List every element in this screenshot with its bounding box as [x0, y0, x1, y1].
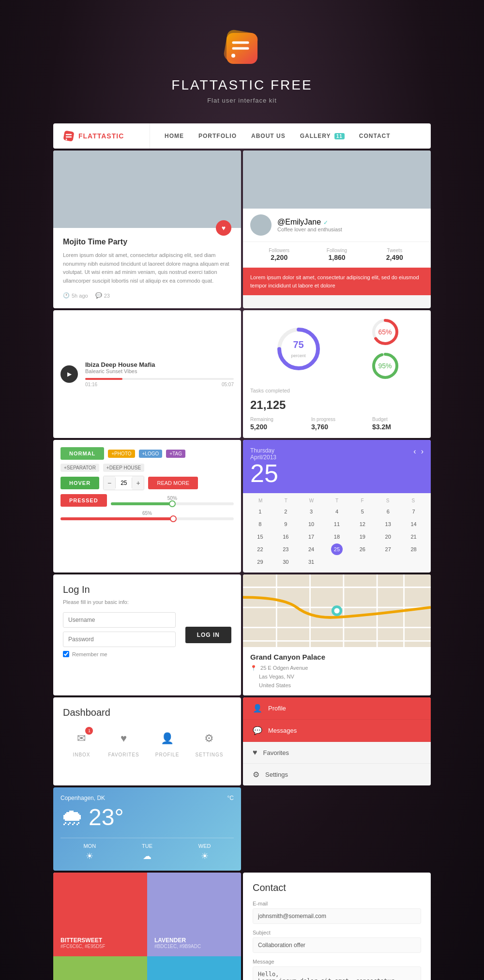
nav-home[interactable]: HOME	[165, 133, 184, 139]
menu-profile[interactable]: 👤 Profile	[243, 697, 431, 720]
svg-rect-1	[223, 29, 258, 65]
email-input[interactable]	[253, 908, 421, 924]
app-subtitle: Flat user interface kit	[10, 97, 474, 104]
btn-normal[interactable]: NORMAL	[60, 447, 104, 460]
tag-logo[interactable]: +LOGO	[139, 450, 163, 458]
calendar-cell[interactable]: 17	[305, 531, 317, 543]
btn-pressed[interactable]: PRESSED	[60, 494, 107, 507]
dash-settings[interactable]: ⚙ SETTINGS	[195, 728, 223, 757]
calendar-cell[interactable]: 2	[280, 506, 291, 517]
swatch-lavender: LAVENDER #BDC1EC, #9B9ADC	[147, 873, 241, 956]
stepper-increase[interactable]: +	[132, 476, 144, 490]
stepper-decrease[interactable]: −	[104, 476, 115, 490]
small-circle-1: 65%	[371, 317, 400, 347]
stat-progress: In progress 3,760	[311, 414, 363, 431]
login-button[interactable]: LOG IN	[185, 627, 231, 643]
calendar-cell[interactable]: 12	[357, 518, 368, 530]
calendar-cell	[357, 556, 368, 568]
remember-checkbox[interactable]	[63, 651, 69, 657]
calendar-cell[interactable]: 28	[408, 543, 420, 555]
twitter-bio: Coffee lover and enthusiast	[277, 226, 342, 232]
nav-about[interactable]: ABOUT US	[251, 133, 286, 139]
favorite-button[interactable]: ♥	[216, 220, 231, 236]
swatch-lavender-hex: #BDC1EC, #9B9ADC	[154, 944, 234, 949]
password-input[interactable]	[63, 632, 176, 647]
calendar-card: Thursday April/2013 25 ‹ › M T W T F	[243, 440, 431, 573]
calendar-cell[interactable]: 1	[254, 506, 266, 517]
calendar-cell	[382, 556, 394, 568]
calendar-cell[interactable]: 20	[382, 531, 394, 543]
nav-portfolio[interactable]: PORTFOLIO	[198, 133, 237, 139]
calendar-cell[interactable]: 5	[357, 506, 368, 517]
remember-label: Remember me	[72, 651, 107, 657]
calendar-cell[interactable]: 23	[280, 543, 291, 555]
username-input[interactable]	[63, 612, 176, 628]
dashboard-title: Dashboard	[63, 707, 231, 718]
calendar-cell[interactable]: 31	[305, 556, 317, 568]
twitter-profile-card: @EmilyJane ✓ Coffee lover and enthusiast…	[243, 151, 431, 308]
calendar-cell[interactable]: 27	[382, 543, 394, 555]
login-title: Log In	[63, 584, 176, 595]
calendar-cell[interactable]: 21	[408, 531, 420, 543]
settings-label: SETTINGS	[195, 752, 223, 757]
calendar-cell[interactable]: 30	[280, 556, 291, 568]
calendar-cell[interactable]: 4	[331, 506, 343, 517]
calendar-cell[interactable]: 13	[382, 518, 394, 530]
calendar-cell[interactable]: 18	[331, 531, 343, 543]
tag-separator[interactable]: +SEPARATOR	[60, 464, 99, 472]
calendar-cell[interactable]: 10	[305, 518, 317, 530]
stepper-value: 25	[115, 478, 132, 488]
calendar-cell[interactable]: 19	[357, 531, 368, 543]
weather-header: Copenhagen, DK °C	[60, 795, 234, 801]
calendar-cell[interactable]: 9	[280, 518, 291, 530]
calendar-cell[interactable]: 26	[357, 543, 368, 555]
slider-1-track[interactable]	[111, 502, 234, 505]
calendar-cell	[331, 556, 343, 568]
messages-menu-label: Messages	[268, 727, 297, 734]
calendar-cell-today[interactable]: 25	[331, 543, 343, 555]
menu-settings[interactable]: ⚙ Settings	[243, 764, 431, 785]
calendar-cell[interactable]: 15	[254, 531, 266, 543]
read-more-button[interactable]: READ MORE	[148, 477, 198, 489]
subject-input[interactable]	[253, 937, 421, 953]
calendar-cell[interactable]: 8	[254, 518, 266, 530]
music-progress[interactable]: 01:16 05:07	[85, 378, 234, 387]
weather-main: 🌧 23°	[60, 804, 234, 830]
tag-tag[interactable]: +TAG	[166, 450, 185, 458]
calendar-cell[interactable]: 11	[331, 518, 343, 530]
dash-favorites[interactable]: ♥ FAVORITES	[108, 728, 139, 757]
calendar-date-info: Thursday April/2013 25	[250, 447, 278, 486]
calendar-cell[interactable]: 22	[254, 543, 266, 555]
tag-deep-house[interactable]: +DEEP HOUSE	[103, 464, 144, 472]
calendar-cell[interactable]: 3	[305, 506, 317, 517]
slider-1-thumb[interactable]	[169, 500, 176, 507]
stepper[interactable]: − 25 +	[103, 476, 144, 490]
swatch-lavender-name: LAVENDER	[154, 937, 234, 944]
inbox-badge: 1	[85, 727, 93, 735]
btn-hover[interactable]: HOVER	[60, 477, 99, 489]
play-button[interactable]: ▶	[60, 365, 78, 383]
calendar-next[interactable]: ›	[421, 447, 424, 456]
calendar-cell[interactable]: 24	[305, 543, 317, 555]
slider-2-track[interactable]	[60, 517, 234, 520]
settings-menu-icon: ⚙	[253, 770, 259, 779]
calendar-cell[interactable]: 7	[408, 506, 420, 517]
menu-messages[interactable]: 💬 Messages	[243, 720, 431, 742]
nav-contact[interactable]: CONTACT	[359, 133, 391, 139]
calendar-prev[interactable]: ‹	[413, 447, 416, 456]
dash-inbox[interactable]: ✉ 1 INBOX	[71, 728, 92, 757]
sidebar-menu-card: 👤 Profile 💬 Messages ♥ Favorites ⚙ Setti…	[243, 697, 431, 785]
calendar-cell[interactable]: 29	[254, 556, 266, 568]
calendar-cell[interactable]: 6	[382, 506, 394, 517]
nav-gallery[interactable]: GALLERY 11	[300, 133, 345, 139]
swatch-bittersweet-hex: #FC6C6C, #E95D5F	[60, 944, 140, 949]
message-textarea[interactable]: Hello, Lorem ipsum dolor sit amet, conse…	[253, 966, 421, 980]
calendar-cell[interactable]: 16	[280, 531, 291, 543]
tag-photo[interactable]: +PHOTO	[108, 450, 135, 458]
profile-menu-label: Profile	[268, 705, 286, 712]
slider-2-thumb[interactable]	[170, 515, 177, 522]
inbox-icon: ✉ 1	[71, 728, 92, 749]
menu-favorites[interactable]: ♥ Favorites	[243, 742, 431, 764]
calendar-cell[interactable]: 14	[408, 518, 420, 530]
dash-profile[interactable]: 👤 PROFILE	[155, 728, 180, 757]
